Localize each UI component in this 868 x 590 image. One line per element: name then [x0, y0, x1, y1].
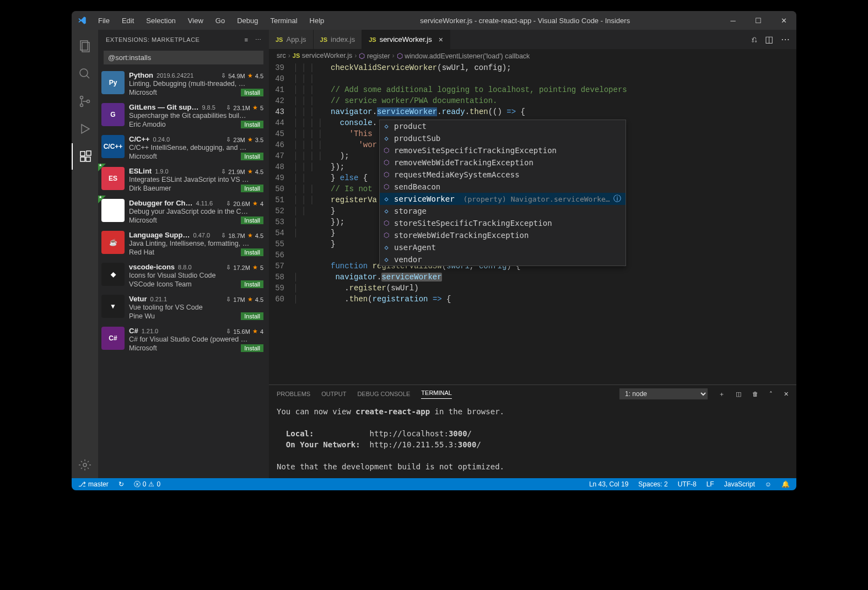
scm-icon[interactable]	[72, 88, 98, 115]
extension-list[interactable]: Py Python2019.6.24221 ⇩54.9M ★4.5 Lintin…	[98, 68, 269, 478]
extension-item[interactable]: Py Python2019.6.24221 ⇩54.9M ★4.5 Lintin…	[98, 68, 269, 100]
install-button[interactable]: Install	[241, 344, 263, 352]
install-button[interactable]: Install	[241, 216, 263, 224]
svg-line-3	[87, 75, 89, 78]
editor-tab[interactable]: JSindex.js	[314, 30, 363, 49]
extension-item[interactable]: C# C#1.21.0 ⇩15.6M ★4 C# for Visual Stud…	[98, 323, 269, 355]
code-line[interactable]: 42│ │ │ // service worker/PWA documentat…	[269, 95, 786, 106]
indentation[interactable]: Spaces: 2	[636, 480, 670, 488]
suggest-item[interactable]: ◇vendor	[380, 253, 626, 266]
minimize-button[interactable]: ─	[720, 11, 746, 30]
breadcrumb-part[interactable]: ⬡ window.addEventListener('load') callba…	[397, 52, 530, 60]
problems-status[interactable]: ⓧ0 ⚠0	[132, 480, 163, 489]
close-tab-icon[interactable]: ×	[439, 35, 443, 44]
close-button[interactable]: ✕	[771, 11, 796, 30]
eol[interactable]: LF	[704, 480, 716, 488]
panel-tab[interactable]: PROBLEMS	[277, 391, 310, 397]
suggest-item[interactable]: ⬡removeWebWideTrackingException	[380, 156, 626, 169]
filter-icon[interactable]: ≡	[245, 36, 249, 44]
breadcrumb-part[interactable]: JS serviceWorker.js	[293, 52, 352, 59]
debug-icon[interactable]	[72, 116, 98, 142]
install-button[interactable]: Install	[241, 248, 263, 256]
code-line[interactable]: 60│ .then(registration => {	[269, 294, 786, 305]
menu-edit[interactable]: Edit	[116, 13, 139, 28]
breadcrumb-part[interactable]: src	[277, 52, 286, 59]
encoding[interactable]: UTF-8	[676, 480, 699, 488]
close-panel-icon[interactable]: ✕	[784, 391, 789, 398]
extension-item[interactable]: ◆ vscode-icons8.8.0 ⇩17.2M ★5 Icons for …	[98, 259, 269, 291]
menu-debug[interactable]: Debug	[231, 13, 263, 28]
git-branch[interactable]: ⎇master	[76, 480, 111, 488]
suggest-item[interactable]: ⬡sendBeacon	[380, 181, 626, 193]
breadcrumb[interactable]: src›JS serviceWorker.js›⬡ register›⬡ win…	[269, 49, 796, 62]
menu-help[interactable]: Help	[304, 13, 330, 28]
trash-icon[interactable]: 🗑	[752, 391, 758, 397]
code-line[interactable]: 39│ │ │ checkValidServiceWorker(swUrl, c…	[269, 62, 786, 73]
more-icon[interactable]: ⋯	[781, 34, 790, 45]
settings-gear-icon[interactable]	[72, 452, 98, 478]
info-icon[interactable]: ⓘ	[613, 194, 621, 204]
more-icon[interactable]: ⋯	[255, 36, 262, 44]
search-icon[interactable]	[72, 61, 98, 87]
code-line[interactable]: 43│ │ │ navigator.serviceWorker.ready.th…	[269, 106, 786, 117]
breadcrumb-part[interactable]: ⬡ register	[359, 52, 390, 60]
intellisense-suggest[interactable]: ◇product◇productSub⬡removeSiteSpecificTr…	[379, 120, 626, 266]
new-terminal-icon[interactable]: ＋	[719, 390, 725, 398]
notifications-icon[interactable]: 🔔	[779, 480, 792, 488]
panel-tab[interactable]: DEBUG CONSOLE	[357, 391, 410, 397]
extension-item[interactable]: ☕ Language Supp…0.47.0 ⇩18.7M ★4.5 Java …	[98, 228, 269, 259]
extension-search-input[interactable]	[104, 51, 263, 64]
minimap[interactable]	[786, 62, 796, 385]
suggest-item[interactable]: ◇productSub	[380, 132, 626, 144]
compare-icon[interactable]: ⎌	[752, 35, 757, 45]
suggest-item[interactable]: ◇userAgent	[380, 241, 626, 253]
code-line[interactable]: 41│ │ │ // Add some additional logging t…	[269, 84, 786, 95]
editor-tab[interactable]: JSserviceWorker.js×	[362, 30, 450, 49]
code-line[interactable]: 40│ │ │	[269, 73, 786, 84]
code-line[interactable]: 59│ .register(swUrl)	[269, 283, 786, 294]
suggest-item[interactable]: ◇product	[380, 120, 626, 132]
editor-tab[interactable]: JSApp.js	[269, 30, 314, 49]
extension-item[interactable]: ES ESLint1.9.0 ⇩21.9M ★4.5 Integrates ES…	[98, 164, 269, 196]
menu-go[interactable]: Go	[210, 13, 230, 28]
feedback-icon[interactable]: ☺	[763, 480, 774, 488]
suggest-item[interactable]: ◇serviceWorker(property) Navigator.servi…	[380, 193, 626, 205]
extensions-icon[interactable]	[72, 143, 98, 170]
cursor-position[interactable]: Ln 43, Col 19	[587, 480, 630, 488]
language-mode[interactable]: JavaScript	[722, 480, 757, 488]
code-line[interactable]: 58│ navigator.serviceWorker	[269, 272, 786, 283]
code-editor[interactable]: 39│ │ │ checkValidServiceWorker(swUrl, c…	[269, 62, 796, 385]
install-button[interactable]: Install	[241, 89, 263, 96]
menu-file[interactable]: File	[93, 13, 115, 28]
extension-name: vscode-icons	[129, 263, 175, 271]
explorer-icon[interactable]	[72, 33, 98, 59]
download-count: 18.7M	[228, 232, 245, 239]
suggest-item[interactable]: ⬡requestMediaKeySystemAccess	[380, 169, 626, 181]
suggest-item[interactable]: ◇storage	[380, 205, 626, 217]
install-button[interactable]: Install	[241, 121, 263, 128]
split-icon[interactable]: ◫	[765, 34, 773, 45]
sync-icon[interactable]: ↻	[116, 480, 126, 488]
suggest-label: vendor	[394, 255, 422, 264]
menu-terminal[interactable]: Terminal	[265, 13, 303, 28]
suggest-item[interactable]: ⬡storeWebWideTrackingException	[380, 229, 626, 241]
extension-item[interactable]: ▼ Vetur0.21.1 ⇩17M ★4.5 Vue tooling for …	[98, 291, 269, 323]
maximize-panel-icon[interactable]: ˄	[769, 391, 773, 398]
maximize-button[interactable]: ☐	[746, 11, 771, 30]
install-button[interactable]: Install	[241, 153, 263, 160]
menu-selection[interactable]: Selection	[141, 13, 181, 28]
install-button[interactable]: Install	[241, 280, 263, 288]
suggest-item[interactable]: ⬡storeSiteSpecificTrackingException	[380, 217, 626, 229]
install-button[interactable]: Install	[241, 185, 263, 192]
suggest-item[interactable]: ⬡removeSiteSpecificTrackingException	[380, 144, 626, 156]
install-button[interactable]: Install	[241, 312, 263, 320]
extension-item[interactable]: ◐ Debugger for Ch…4.11.6 ⇩20.6M ★4 Debug…	[98, 196, 269, 228]
menu-view[interactable]: View	[182, 13, 209, 28]
split-terminal-icon[interactable]: ◫	[736, 391, 741, 398]
extension-item[interactable]: G GitLens — Git sup…9.8.5 ⇩23.1M ★5 Supe…	[98, 100, 269, 132]
panel-tab[interactable]: OUTPUT	[321, 391, 346, 397]
panel-tab[interactable]: TERMINAL	[421, 389, 452, 399]
terminal-output[interactable]: You can now view create-react-app in the…	[269, 403, 796, 478]
extension-item[interactable]: C/C++ C/C++0.24.0 ⇩23M ★3.5 C/C++ Intell…	[98, 132, 269, 164]
terminal-select[interactable]: 1: node	[619, 388, 708, 399]
